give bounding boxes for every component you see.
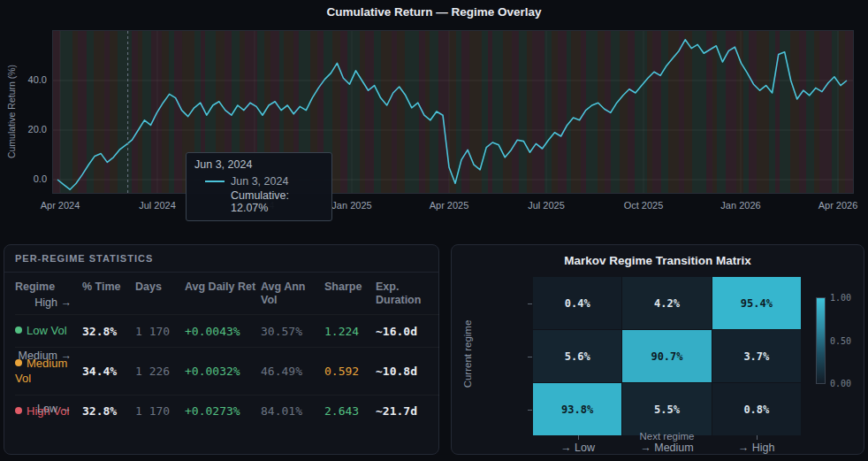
x-tick-label: Apr 2026 — [807, 200, 868, 211]
regime-band — [684, 31, 692, 193]
stats-cell-pct-time: 32.8% — [82, 396, 135, 427]
regime-band — [381, 31, 392, 193]
stats-cell-avg-ann-vol: 46.49% — [261, 348, 324, 395]
stats-cell-exp-duration: ~10.8d — [376, 348, 439, 395]
stats-cell-avg-daily-ret: +0.0273% — [185, 396, 261, 427]
regime-band — [138, 31, 142, 193]
regime-band — [679, 31, 684, 193]
tooltip-cumulative-value: Cumulative: 12.07% — [194, 189, 324, 214]
matrix-cell: 93.8% — [533, 383, 621, 435]
chart-tooltip: Jun 3, 2024 Jun 3, 2024 Cumulative: 12.0… — [186, 152, 332, 221]
x-tick-label: Apr 2024 — [29, 200, 91, 211]
x-tick-label: Jan 2026 — [710, 200, 772, 211]
regime-band — [110, 31, 118, 193]
regime-band — [628, 31, 635, 193]
matrix-col-label: → Medium — [623, 442, 712, 454]
stats-column-header: % Time — [82, 273, 135, 314]
matrix-cell: 4.2% — [622, 277, 711, 329]
regime-band — [94, 31, 104, 193]
matrix-cell: 90.7% — [622, 330, 711, 382]
regime-band — [814, 31, 819, 193]
regime-band — [558, 31, 567, 193]
x-tick-label: Jul 2024 — [126, 200, 188, 211]
regime-band — [706, 31, 712, 193]
tooltip-date: Jun 3, 2024 — [194, 158, 324, 171]
stats-cell-pct-time: 32.8% — [82, 315, 135, 347]
regime-band — [118, 31, 132, 193]
regime-band — [162, 31, 169, 193]
regime-band — [692, 31, 706, 193]
x-tick-label: Apr 2025 — [418, 200, 480, 211]
regime-band — [552, 31, 558, 193]
regime-band — [726, 31, 736, 193]
regime-band — [392, 31, 397, 193]
stats-panel-title: PER-REGIME STATISTICS — [4, 245, 438, 273]
stats-cell-avg-ann-vol: 30.57% — [261, 315, 324, 347]
regime-band — [571, 31, 581, 193]
regime-band — [60, 31, 72, 193]
regime-band — [347, 31, 360, 193]
regime-band — [635, 31, 647, 193]
matrix-row-tick — [528, 357, 532, 357]
regime-band — [53, 31, 60, 193]
stats-cell-avg-daily-ret: +0.0032% — [185, 348, 261, 395]
matrix-cell: 5.6% — [533, 330, 621, 382]
regime-band — [717, 31, 726, 193]
matrix-grid: 0.4%4.2%95.4%5.6%90.7%3.7%93.8%5.5%0.8% — [533, 277, 801, 435]
stats-cell-avg-daily-ret: +0.0043% — [185, 315, 261, 347]
matrix-row-label: High → — [0, 296, 72, 309]
tooltip-series-date: Jun 3, 2024 — [231, 175, 288, 188]
tooltip-series-swatch — [205, 181, 225, 182]
regime-band — [405, 31, 419, 193]
regime-band — [512, 31, 519, 193]
regime-band — [819, 31, 832, 193]
stats-cell-days: 1 226 — [135, 348, 185, 395]
colorbar-tick-label: 1.00 — [830, 293, 851, 303]
stats-cell-avg-ann-vol: 84.01% — [261, 396, 324, 427]
regime-band — [374, 31, 381, 193]
stats-cell-pct-time: 34.4% — [82, 348, 135, 395]
regime-band — [482, 31, 488, 193]
regime-band — [845, 31, 853, 193]
stats-column-header: Exp. Duration — [376, 273, 439, 314]
matrix-col-label: → Low — [534, 442, 622, 454]
regime-band — [799, 31, 806, 193]
regime-band — [492, 31, 503, 193]
regime-band — [790, 31, 799, 193]
regime-band — [104, 31, 110, 193]
matrix-cell: 3.7% — [712, 330, 801, 382]
regime-band — [365, 31, 374, 193]
stats-cell-exp-duration: ~16.0d — [376, 315, 439, 347]
stats-cell-exp-duration: ~21.7d — [376, 396, 439, 427]
regime-band — [712, 31, 717, 193]
matrix-col-label: → High — [712, 442, 801, 454]
regime-band — [142, 31, 151, 193]
regime-band — [397, 31, 405, 193]
matrix-cell: 95.4% — [712, 277, 801, 329]
y-tick-label: 0.0 — [11, 173, 47, 184]
regime-band — [611, 31, 620, 193]
regime-band — [620, 31, 628, 193]
regime-band — [527, 31, 532, 193]
matrix-cell: 0.4% — [533, 277, 621, 329]
stats-column-header: Sharpe — [324, 273, 376, 314]
regime-band — [749, 31, 757, 193]
chart-canvas[interactable] — [53, 31, 853, 193]
matrix-colorbar — [816, 297, 826, 384]
y-tick-label: 40.0 — [11, 74, 47, 85]
stats-cell-sharpe: 2.643 — [324, 396, 376, 427]
regime-band — [668, 31, 679, 193]
matrix-row-label: Low → — [0, 403, 72, 415]
regime-dot — [15, 327, 22, 334]
stats-column-header: Avg Daily Ret — [185, 273, 261, 314]
chart-plot-area[interactable]: Jun 3, 2024 Jun 3, 2024 Cumulative: 12.0… — [53, 31, 853, 193]
transition-matrix-panel: Markov Regime Transition Matrix Current … — [451, 244, 864, 455]
stats-column-header: Days — [135, 273, 185, 314]
regime-band — [839, 31, 845, 193]
regime-band — [757, 31, 769, 193]
regime-band — [532, 31, 544, 193]
stats-cell-days: 1 170 — [135, 396, 185, 427]
regime-band — [743, 31, 749, 193]
matrix-title: Markov Regime Transition Matrix — [452, 254, 864, 267]
matrix-x-axis-label: Next regime — [533, 431, 801, 442]
